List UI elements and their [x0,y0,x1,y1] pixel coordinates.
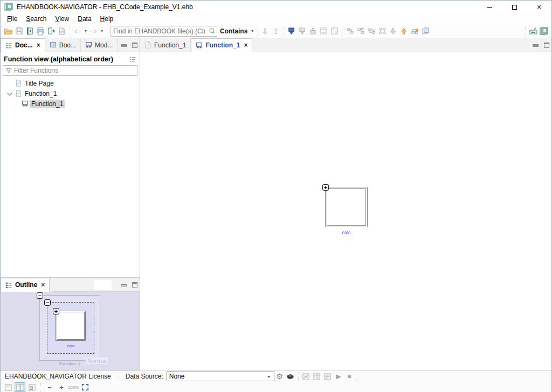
tab-outline[interactable]: Outline × [1,278,50,292]
dependency-graph-button[interactable] [377,26,388,37]
filter-icon [5,67,12,74]
tree-item-label-selected: Function_1 [30,100,65,108]
minimize-view-icon[interactable] [121,284,127,286]
menu-file[interactable]: File [3,14,22,24]
view-menu-icon[interactable] [129,55,136,63]
minimize-view-icon[interactable] [533,44,539,47]
maximize-view-icon[interactable] [132,43,137,48]
maximize-button[interactable] [502,1,527,13]
new-window-button[interactable] [420,26,431,37]
toolbar-separator [107,27,107,36]
data-source-dropdown[interactable]: None ▾ [167,372,274,381]
contains-label: Contains [220,27,247,35]
hierarchy-collapse-button[interactable] [366,26,377,37]
document-tree-icon [5,42,12,49]
minimize-button[interactable] [477,1,502,13]
shortcuts-button[interactable] [528,26,539,37]
tab-document-view[interactable]: Doc... × [1,38,45,52]
expand-icon[interactable]: + [53,308,59,314]
tab-model-view[interactable]: Mod... [81,38,118,52]
search-next-button[interactable]: ⇩ [259,26,270,37]
document-icon [13,79,23,88]
fit-to-screen-button[interactable] [80,382,91,392]
navigate-down-button[interactable] [388,26,398,37]
save-button[interactable] [13,26,24,37]
calc-block-label: calc [325,230,368,235]
arrow-up-icon: ⇧ [272,27,279,36]
expand-block-icon[interactable]: + [322,184,329,191]
main-area: Doc... × Boo... Mod... [1,38,551,370]
hierarchy-expand-button[interactable] [355,26,366,37]
contains-dropdown[interactable]: Contains ▾ [217,26,258,37]
measurement-list-button[interactable] [322,372,333,381]
tree-item-function-1-diagram[interactable]: Function_1 [1,99,140,109]
goto-function-icon [287,27,295,35]
maximize-view-icon[interactable] [544,43,549,48]
menu-help[interactable]: Help [96,14,118,24]
diagram-canvas[interactable]: + calc [140,52,551,370]
collapse-icon[interactable]: − [44,299,51,306]
single-page-view-button[interactable] [3,382,13,392]
tab-function-1-document[interactable]: Function_1 [140,38,191,52]
book-page-view-button[interactable] [15,382,25,392]
data-source-settings-button[interactable]: ⚙ [274,372,285,381]
tree-expander-icon[interactable] [5,92,13,95]
thumbnail-view-button[interactable] [26,382,37,392]
matrix-view-button[interactable] [329,26,340,37]
hierarchy-view-button[interactable] [344,26,355,37]
statusbar: EHANDBOOK_NAVIGATOR License Data Source:… [1,370,551,382]
close-icon[interactable]: × [244,41,247,49]
about-button[interactable] [539,26,549,37]
measurement-window-button[interactable] [312,372,322,381]
back-history-caret[interactable]: ▾ [83,29,88,33]
tab-book-view[interactable]: Boo... [45,38,81,52]
open-parent-diagram-icon [411,27,419,35]
tab-function-1-diagram[interactable]: Function_1 × [191,38,252,52]
chevron-down-icon: ▾ [250,29,255,33]
close-icon[interactable]: × [37,41,40,49]
zoom-in-button[interactable]: + [56,382,67,392]
hierarchy-view-icon [346,27,354,35]
minimize-view-icon[interactable] [121,44,127,47]
open-file-button[interactable] [3,26,13,37]
zoom-100-button[interactable]: 100% [68,382,79,392]
pdf-export-button[interactable]: PDF [57,26,67,37]
collapse-blocks-button[interactable] [307,26,318,37]
filter-functions-input[interactable] [14,67,135,74]
collapse-icon[interactable]: − [37,292,43,299]
start-measurement-button[interactable]: ▶ [333,372,344,381]
print-button[interactable] [35,26,46,37]
outline-thumbnail[interactable]: − − + calc Function_1 Normal [1,292,140,370]
tree-item-function-1[interactable]: Function_1 [1,88,140,99]
open-ehandbook-button[interactable]: i [24,26,35,37]
stop-measurement-button[interactable]: ■ [344,372,355,381]
data-display-button[interactable] [285,372,296,381]
menu-data[interactable]: Data [73,14,95,24]
search-previous-button[interactable]: ⇧ [270,26,281,37]
tree-item-title-page[interactable]: Title Page [1,78,140,88]
expand-blocks-button[interactable] [296,26,307,37]
forward-button[interactable]: ⇨ [88,26,99,37]
search-input[interactable] [111,26,207,36]
menu-view[interactable]: View [51,14,73,24]
measurement-config-button[interactable] [301,372,312,381]
list-view-button[interactable] [318,26,329,37]
back-button[interactable]: ⇦ [72,26,83,37]
export-button[interactable] [46,26,57,37]
zoom-out-button[interactable]: − [44,382,55,392]
outline-tab-row: Outline × [1,278,140,292]
forward-history-caret[interactable]: ▾ [99,29,105,33]
outline-function-frame: − + calc [47,302,94,354]
maximize-view-icon[interactable] [132,282,137,288]
filter-box [3,65,137,76]
navigate-up-button[interactable] [398,26,409,37]
close-button[interactable]: × [527,1,551,13]
ehandbook-book-icon: i [26,27,34,35]
app-logo-icon [540,27,548,36]
close-icon[interactable]: × [41,281,45,289]
left-column: Doc... × Boo... Mod... [1,38,140,370]
open-parent-diagram-button[interactable] [409,26,420,37]
calc-block[interactable]: + [325,187,368,227]
goto-function-button[interactable] [286,26,296,37]
menu-search[interactable]: Search [22,14,51,24]
